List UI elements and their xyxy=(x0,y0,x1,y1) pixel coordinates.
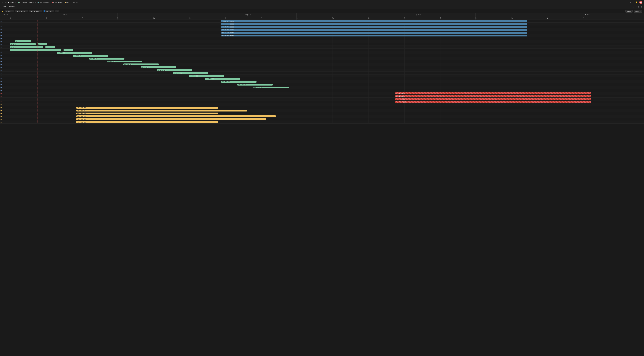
timeline-nav-left[interactable]: ‹ xyxy=(0,13,2,20)
gantt-row[interactable]: PDS - EP3 PDS xyxy=(0,112,644,115)
gantt-row[interactable]: OPT - EP3 OPT xyxy=(0,98,644,100)
refresh-icon[interactable]: ↺ xyxy=(632,6,634,8)
gantt-bar[interactable]: AP xyxy=(38,43,47,45)
project-tag-tag-2[interactable]: AFTER PARTY xyxy=(38,2,50,3)
gantt-row[interactable]: AP - EP13 AP xyxy=(0,75,644,77)
gantt-bar[interactable]: AREAB - EP8 AREAB xyxy=(221,35,527,37)
star-filter[interactable]: ☆ xyxy=(56,10,59,12)
gantt-bar[interactable]: AP xyxy=(64,49,73,51)
project-tag-tag-3[interactable]: O PAI TIRANO xyxy=(52,2,63,3)
gantt-bar[interactable]: AP - EP6 AP xyxy=(73,55,108,57)
gantt-bar[interactable]: AP - EP2 xyxy=(10,43,36,45)
gantt-row[interactable]: OPT - EP1 OPT xyxy=(0,92,644,95)
gantt-bar[interactable]: AREAB - EP3 AREAB xyxy=(221,20,527,22)
gantt-row[interactable]: AREAB - EP7 AREAB xyxy=(0,31,644,34)
gantt-bar[interactable]: OPT - FILME OPT xyxy=(395,101,591,103)
gantt-row[interactable]: OPT - EP2 OPT xyxy=(0,95,644,98)
gantt-bar[interactable]: PDS - EP4 PDS xyxy=(76,115,276,117)
gantt-bar[interactable]: AREAB - EP6 AREAB xyxy=(221,29,527,31)
my-tasks-filter[interactable]: 👤 My Tasks ▾ xyxy=(43,10,54,12)
gantt-bar[interactable]: AP - EP17 AP xyxy=(254,87,288,88)
gantt-row[interactable]: AP - EP9 AP xyxy=(0,63,644,66)
gantt-row[interactable]: PDS - EP6 PDS xyxy=(0,121,644,124)
gantt-bar[interactable]: PDS - EP2 PDS xyxy=(76,110,247,111)
gantt-row[interactable]: AP - EP12 AP xyxy=(0,72,644,75)
gantt-bar[interactable]: AP - EP7 AP xyxy=(89,58,124,60)
gantt-bar[interactable]: AP - EP13 AP xyxy=(189,75,224,77)
project-tag-tag-1[interactable]: A RAINHA E A BASTARDA xyxy=(18,2,36,3)
search-icon[interactable]: ⌕ xyxy=(633,1,634,4)
compact-view-icon[interactable]: ⊟ xyxy=(640,6,642,8)
edit-icon[interactable]: ✏ xyxy=(76,2,78,3)
all-tasks-filter[interactable]: All Tasks ▾ xyxy=(4,10,14,12)
gantt-row[interactable]: AP - EP6 AP xyxy=(0,54,644,57)
gantt-bar[interactable]: AREAB - EP5 AREAB xyxy=(221,26,527,28)
gantt-bar[interactable]: AREAB - EP4 AREAB xyxy=(221,23,527,25)
gantt-row[interactable]: AP - EP5 AP xyxy=(0,51,644,54)
gantt-bar[interactable]: AP - EP11 AP xyxy=(157,69,192,71)
add-icon[interactable]: + xyxy=(630,1,631,4)
gantt-row[interactable]: PDS - EP2 PDS xyxy=(0,109,644,112)
hamburger-icon[interactable]: ≡ xyxy=(2,1,3,4)
gantt-row[interactable]: AP - EP3AP xyxy=(0,46,644,49)
gantt-row[interactable]: AREAB - EP5 AREAB xyxy=(0,26,644,28)
gantt-row[interactable]: AP xyxy=(0,40,644,43)
gantt-bar[interactable]: AP - EP9 AP xyxy=(124,64,158,65)
gantt-row[interactable]: PDS - EP1 PDS xyxy=(0,106,644,109)
gantt-row[interactable]: AP - EP11 AP xyxy=(0,69,644,72)
today-button[interactable]: Today xyxy=(626,10,632,13)
gantt-bar[interactable]: OPT - EP2 OPT xyxy=(395,95,591,97)
gantt-row[interactable]: AREAB - EP8 AREAB xyxy=(0,34,644,37)
gantt-bar[interactable]: AP - EP4 xyxy=(10,49,61,51)
tab-list[interactable]: List xyxy=(2,5,7,9)
gantt-bar[interactable]: AP - EP3 xyxy=(10,46,43,48)
group-filter[interactable]: Group: ◉ None ▾ xyxy=(15,10,28,12)
sort-filter[interactable]: Sort: ◉ None ▾ xyxy=(29,10,42,12)
gantt-bar[interactable]: AP - EP10 AP xyxy=(141,66,176,68)
avatar[interactable]: JC xyxy=(639,1,642,4)
gantt-row[interactable] xyxy=(0,37,644,40)
gantt-bar[interactable]: AP - EP14 AP xyxy=(205,78,240,80)
gantt-bar[interactable]: OPT - EP1 OPT xyxy=(395,92,591,94)
gantt-bar[interactable]: AP - EP8 AP xyxy=(107,61,142,62)
gantt-bar[interactable]: AP xyxy=(15,40,31,42)
tab-overview[interactable]: Overview xyxy=(8,5,18,9)
gantt-bar[interactable]: OPT - EP3 OPT xyxy=(395,98,591,100)
gantt-row[interactable]: AP - EP14 AP xyxy=(0,77,644,80)
gantt-row[interactable]: AREAB - EP4 AREAB xyxy=(0,23,644,26)
gantt-row[interactable]: PDS - EP4 PDS xyxy=(0,115,644,118)
gantt-row[interactable]: AP - EP17 AP xyxy=(0,86,644,89)
gantt-row[interactable]: AP - EP7 AP xyxy=(0,57,644,60)
gantt-row[interactable] xyxy=(0,89,644,92)
gantt-row[interactable]: AREAB - EP6 AREAB xyxy=(0,28,644,31)
gantt-row[interactable] xyxy=(0,103,644,106)
gantt-row[interactable]: AP - EP4AP xyxy=(0,49,644,51)
gantt-bar[interactable]: AP - EP15 AP xyxy=(221,81,256,83)
gantt-bar[interactable]: AP - EP16 AP xyxy=(237,84,272,86)
bell-icon[interactable]: 🔔 xyxy=(636,1,638,4)
gantt-row[interactable]: AREAB - EP3 AREAB xyxy=(0,20,644,23)
timeline-nav-right[interactable]: › xyxy=(642,13,644,20)
gantt-bar[interactable]: PDS - EP6 PDS xyxy=(76,121,218,123)
gantt-bar[interactable]: PDS - EP5 PDS xyxy=(76,118,266,120)
gantt-row[interactable]: PDS - EP5 PDS xyxy=(0,118,644,121)
gantt-row[interactable]: AP - EP10 AP xyxy=(0,66,644,69)
gantt-bar[interactable]: AP - EP12 AP xyxy=(173,72,208,74)
gantt-bar[interactable]: AP - EP5 AP xyxy=(57,52,92,54)
gantt-row[interactable]: AP - EP16 AP xyxy=(0,83,644,86)
gantt-bar[interactable]: PDS - EP1 PDS xyxy=(76,107,218,109)
app-title[interactable]: ENTREGAS ▾ xyxy=(5,1,16,3)
month-button[interactable]: Month ▾ xyxy=(634,10,642,13)
filter-icon[interactable]: ⚡ xyxy=(2,10,4,12)
gantt-bar[interactable]: AREAB - EP7 AREAB xyxy=(221,32,527,34)
project-tag-tag-4[interactable]: POR DO SOL xyxy=(65,2,75,3)
gantt-bar[interactable]: PDS - EP3 PDS xyxy=(76,113,218,114)
gantt-row[interactable]: AP - EP15 AP xyxy=(0,80,644,83)
gantt-row[interactable]: OPT - FILME OPT xyxy=(0,100,644,103)
list-view-icon[interactable]: ≡ xyxy=(635,6,637,8)
gantt-row[interactable]: AP - EP8 AP xyxy=(0,60,644,63)
gantt-row[interactable]: AP - EP2AP xyxy=(0,43,644,46)
gantt-bar[interactable]: AP xyxy=(46,46,55,48)
expand-icon[interactable]: » xyxy=(0,124,1,126)
grid-view-icon[interactable]: ⊞ xyxy=(638,6,640,8)
